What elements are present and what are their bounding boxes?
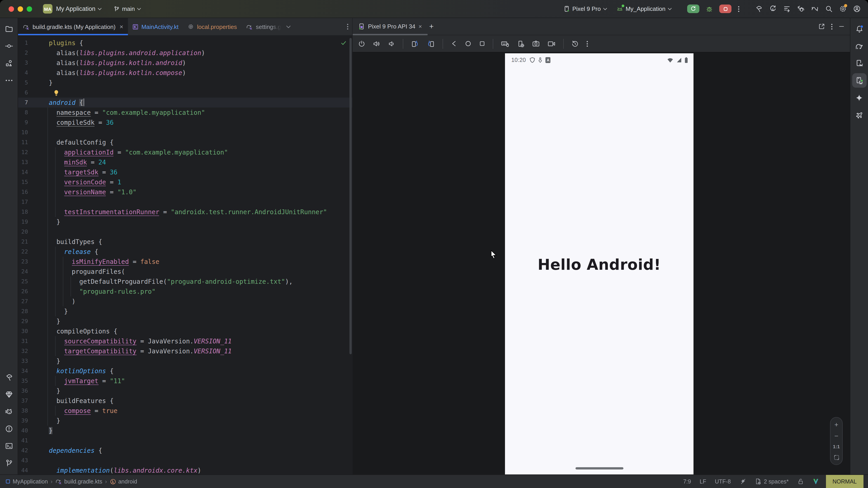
gemini-button[interactable] bbox=[852, 90, 866, 105]
code-line[interactable]: 27 ) bbox=[18, 296, 352, 306]
screen-record-button[interactable] bbox=[548, 40, 556, 47]
gradle-tool-button[interactable] bbox=[852, 39, 866, 53]
code-line[interactable]: 43 bbox=[18, 455, 352, 465]
code-line[interactable]: 31 sourceCompatibility = JavaVersion.VER… bbox=[18, 336, 352, 346]
more-tool-windows-button[interactable] bbox=[2, 73, 16, 88]
encoding-widget[interactable]: UTF-8 bbox=[715, 478, 731, 485]
breadcrumb-block[interactable]: android bbox=[110, 478, 137, 485]
code-line[interactable]: 10 bbox=[18, 127, 352, 137]
maximize-window-button[interactable] bbox=[27, 6, 32, 11]
code-line[interactable]: 25 getDefaultProguardFile("proguard-andr… bbox=[18, 276, 352, 287]
device-settings-button[interactable] bbox=[517, 40, 524, 47]
tab-options-icon[interactable] bbox=[347, 23, 348, 30]
screenshot-button[interactable] bbox=[532, 40, 540, 47]
code-line[interactable]: 11 defaultConfig { bbox=[18, 137, 352, 147]
file-unlocked-icon[interactable] bbox=[797, 478, 804, 485]
vim-mode-badge[interactable]: NORMAL bbox=[826, 475, 864, 488]
power-button[interactable] bbox=[358, 40, 365, 47]
inspections-ok-icon[interactable] bbox=[340, 40, 347, 46]
app-inspection-tool-button[interactable] bbox=[2, 387, 16, 402]
code-editor[interactable]: 1plugins {2 alias(libs.plugins.android.a… bbox=[18, 35, 352, 475]
close-tab-icon[interactable]: × bbox=[120, 23, 123, 30]
code-line[interactable]: 20 bbox=[18, 227, 352, 237]
version-control-tool-button[interactable] bbox=[2, 456, 16, 470]
virtual-keyboard-button[interactable] bbox=[501, 40, 509, 47]
code-line[interactable]: 1plugins { bbox=[18, 38, 352, 48]
code-line[interactable]: 28 } bbox=[18, 306, 352, 316]
code-line[interactable]: 24 proguardFiles( bbox=[18, 267, 352, 276]
logcat-tool-button[interactable] bbox=[2, 404, 16, 419]
profiler-button[interactable] bbox=[811, 5, 819, 13]
close-window-button[interactable] bbox=[8, 6, 14, 11]
code-line[interactable]: 41 bbox=[18, 435, 352, 446]
run-configuration-selector[interactable]: My_Application bbox=[616, 5, 672, 12]
running-devices-button[interactable] bbox=[852, 73, 866, 88]
plane-tool-button[interactable] bbox=[852, 107, 866, 122]
zoom-out-button[interactable]: − bbox=[834, 433, 838, 438]
code-line[interactable]: 37 buildFeatures { bbox=[18, 396, 352, 406]
code-line[interactable]: 26 "proguard-rules.pro" bbox=[18, 287, 352, 296]
tab-build-gradle-kts[interactable]: K build.gradle.kts (My Application) × bbox=[18, 18, 128, 35]
code-line[interactable]: 14 targetSdk = 36 bbox=[18, 167, 352, 177]
notifications-button[interactable] bbox=[852, 22, 866, 36]
breadcrumb-module[interactable]: MyApplication bbox=[5, 478, 48, 485]
code-line[interactable]: 23 isMinifyEnabled = false bbox=[18, 257, 352, 267]
code-line[interactable]: 38 compose = true bbox=[18, 406, 352, 416]
add-device-tab-button[interactable]: + bbox=[429, 22, 434, 31]
back-button[interactable] bbox=[451, 40, 457, 47]
code-line[interactable]: 19 } bbox=[18, 217, 352, 227]
emulator-screen[interactable]: 10:20 A Hello Android! bbox=[505, 53, 693, 475]
code-line[interactable]: 29 } bbox=[18, 316, 352, 326]
code-line[interactable]: 39 } bbox=[18, 416, 352, 426]
code-line[interactable]: 2 alias(libs.plugins.android.application… bbox=[18, 48, 352, 58]
code-line[interactable]: 9 compileSdk = 36 bbox=[18, 118, 352, 127]
volume-down-button[interactable] bbox=[388, 40, 395, 47]
close-device-tab-icon[interactable]: × bbox=[418, 23, 422, 30]
code-line[interactable]: 6 bbox=[18, 88, 352, 98]
gesture-navigation-bar[interactable] bbox=[575, 467, 623, 469]
ideavim-icon[interactable] bbox=[812, 478, 819, 485]
device-manager-button[interactable] bbox=[852, 56, 866, 70]
zoom-ratio-button[interactable]: 1:1 bbox=[833, 444, 840, 449]
code-line[interactable]: 33 } bbox=[18, 356, 352, 366]
device-tab-pixel9[interactable]: Pixel 9 Pro API 34 × bbox=[352, 18, 427, 35]
branch-selector[interactable]: main bbox=[114, 5, 141, 12]
line-separator-widget[interactable]: LF bbox=[700, 478, 706, 485]
chevron-down-icon[interactable] bbox=[286, 25, 290, 28]
tab-mainactivity-kt[interactable]: MainActivity.kt bbox=[128, 18, 183, 35]
structure-tool-button[interactable] bbox=[2, 56, 16, 70]
code-line[interactable]: 32 targetCompatibility = JavaVersion.VER… bbox=[18, 346, 352, 356]
panel-options-icon[interactable] bbox=[831, 23, 833, 30]
build-button[interactable] bbox=[755, 5, 763, 13]
reset-button[interactable] bbox=[571, 40, 579, 47]
tab-settings-gradle[interactable]: K settings.g bbox=[241, 18, 295, 35]
attach-debugger-button[interactable] bbox=[797, 5, 805, 13]
code-line[interactable]: 12 applicationId = "com.example.myapplic… bbox=[18, 147, 352, 157]
rotate-left-button[interactable] bbox=[411, 40, 419, 47]
open-in-window-icon[interactable] bbox=[818, 23, 825, 30]
caret-position-widget[interactable]: 7:9 bbox=[683, 478, 691, 485]
code-line[interactable]: 5} bbox=[18, 78, 352, 88]
breadcrumb-file[interactable]: K build.gradle.kts bbox=[55, 478, 102, 485]
run-more-button[interactable] bbox=[738, 5, 740, 12]
settings-button[interactable] bbox=[839, 5, 847, 13]
hide-panel-icon[interactable] bbox=[839, 24, 844, 29]
home-button[interactable] bbox=[465, 40, 471, 47]
editor-scrollbar[interactable] bbox=[349, 38, 352, 354]
code-line[interactable]: 3 alias(libs.plugins.kotlin.android) bbox=[18, 58, 352, 68]
code-line[interactable]: 42dependencies { bbox=[18, 446, 352, 455]
code-line[interactable]: 30 compileOptions { bbox=[18, 326, 352, 336]
code-line[interactable]: 17 bbox=[18, 197, 352, 207]
problems-tool-button[interactable] bbox=[2, 422, 16, 436]
overview-button[interactable] bbox=[479, 41, 485, 46]
commit-tool-button[interactable] bbox=[2, 39, 16, 53]
rerun-button[interactable] bbox=[687, 4, 700, 13]
code-line[interactable]: 13 minSdk = 24 bbox=[18, 157, 352, 167]
code-line[interactable]: 34 kotlinOptions { bbox=[18, 366, 352, 376]
code-line[interactable]: 22 release { bbox=[18, 247, 352, 257]
search-everywhere-button[interactable] bbox=[825, 5, 833, 13]
rotate-right-button[interactable] bbox=[427, 40, 435, 47]
profile-button[interactable] bbox=[853, 5, 861, 13]
stop-button[interactable] bbox=[719, 4, 732, 13]
device-more-button[interactable] bbox=[586, 40, 588, 47]
